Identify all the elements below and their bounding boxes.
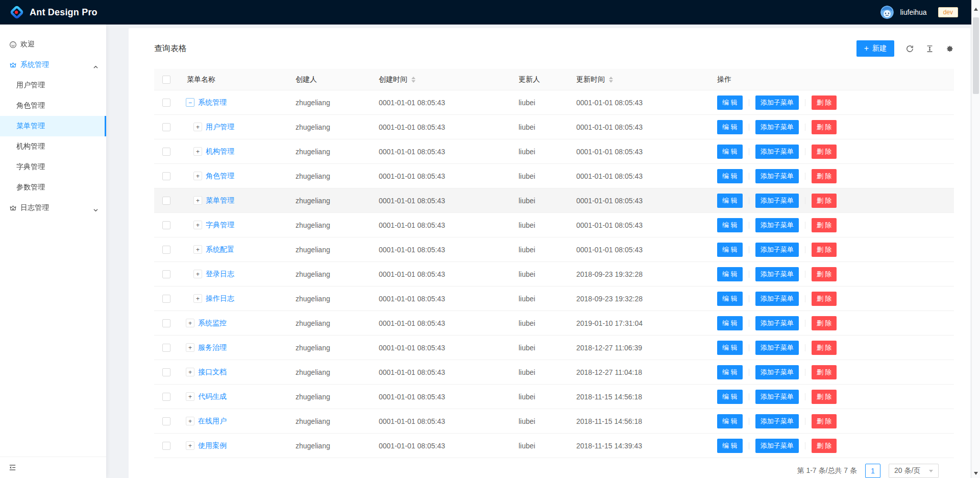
expand-row-icon[interactable]: +	[193, 123, 202, 131]
edit-button[interactable]: 编 辑	[717, 194, 743, 208]
reload-icon[interactable]	[905, 44, 914, 53]
menu-name-link[interactable]: 系统管理	[198, 98, 227, 107]
column-height-icon[interactable]	[925, 44, 934, 53]
edit-button[interactable]: 编 辑	[717, 414, 743, 428]
add-submenu-button[interactable]: 添加子菜单	[755, 439, 799, 453]
sort-icons[interactable]	[411, 77, 415, 83]
select-all-checkbox[interactable]	[162, 76, 170, 84]
menu-name-link[interactable]: 代码生成	[198, 392, 227, 401]
menu-name-link[interactable]: 使用案例	[198, 441, 227, 450]
row-checkbox[interactable]	[162, 319, 170, 327]
sidebar-item-user-mgmt[interactable]: 用户管理	[0, 75, 106, 95]
sidebar-item-log-mgmt[interactable]: 日志管理	[0, 198, 106, 218]
username[interactable]: liufeihua	[900, 8, 926, 16]
add-submenu-button[interactable]: 添加子菜单	[755, 243, 799, 257]
add-submenu-button[interactable]: 添加子菜单	[755, 267, 799, 281]
menu-name-link[interactable]: 在线用户	[198, 417, 227, 426]
edit-button[interactable]: 编 辑	[717, 390, 743, 404]
expand-row-icon[interactable]: +	[186, 319, 194, 327]
row-checkbox[interactable]	[162, 442, 170, 450]
expand-row-icon[interactable]: +	[186, 417, 194, 425]
menu-name-link[interactable]: 服务治理	[198, 343, 227, 352]
add-submenu-button[interactable]: 添加子菜单	[755, 292, 799, 306]
delete-button[interactable]: 删 除	[812, 267, 837, 281]
add-submenu-button[interactable]: 添加子菜单	[755, 95, 799, 110]
sidebar-item-org-mgmt[interactable]: 机构管理	[0, 136, 106, 157]
expand-row-icon[interactable]: +	[193, 172, 202, 180]
add-submenu-button[interactable]: 添加子菜单	[755, 365, 799, 379]
sidebar-item-param-mgmt[interactable]: 参数管理	[0, 177, 106, 198]
add-submenu-button[interactable]: 添加子菜单	[755, 316, 799, 330]
row-checkbox[interactable]	[162, 270, 170, 278]
menu-fold-icon[interactable]	[8, 463, 17, 472]
add-submenu-button[interactable]: 添加子菜单	[755, 169, 799, 183]
setting-gear-icon[interactable]	[945, 44, 954, 53]
page-1-button[interactable]: 1	[865, 464, 880, 478]
delete-button[interactable]: 删 除	[812, 390, 837, 404]
row-checkbox[interactable]	[162, 295, 170, 303]
row-checkbox[interactable]	[162, 417, 170, 425]
delete-button[interactable]: 删 除	[812, 292, 837, 306]
row-checkbox[interactable]	[162, 148, 170, 156]
col-header-update-time[interactable]: 更新时间	[576, 75, 605, 84]
delete-button[interactable]: 删 除	[812, 341, 837, 355]
logo[interactable]: Ant Design Pro	[9, 5, 97, 20]
edit-button[interactable]: 编 辑	[717, 292, 743, 306]
edit-button[interactable]: 编 辑	[717, 439, 743, 453]
expand-row-icon[interactable]: +	[193, 147, 202, 156]
expand-row-icon[interactable]: +	[186, 392, 194, 401]
delete-button[interactable]: 删 除	[812, 218, 837, 232]
row-checkbox[interactable]	[162, 172, 170, 180]
delete-button[interactable]: 删 除	[812, 243, 837, 257]
menu-name-link[interactable]: 系统监控	[198, 319, 227, 328]
delete-button[interactable]: 删 除	[812, 439, 837, 453]
menu-name-link[interactable]: 操作日志	[206, 294, 234, 303]
sidebar-item-role-mgmt[interactable]: 角色管理	[0, 95, 106, 116]
menu-name-link[interactable]: 菜单管理	[206, 196, 234, 205]
sort-icons[interactable]	[609, 77, 613, 83]
menu-name-link[interactable]: 登录日志	[206, 270, 234, 279]
scrollbar-thumb[interactable]	[973, 17, 979, 94]
delete-button[interactable]: 删 除	[812, 120, 837, 134]
edit-button[interactable]: 编 辑	[717, 95, 743, 110]
menu-name-link[interactable]: 机构管理	[206, 147, 234, 156]
scroll-up-arrow-icon[interactable]	[972, 8, 980, 11]
sidebar-item-welcome[interactable]: 欢迎	[0, 34, 106, 55]
row-checkbox[interactable]	[162, 246, 170, 254]
row-checkbox[interactable]	[162, 197, 170, 205]
edit-button[interactable]: 编 辑	[717, 365, 743, 379]
row-checkbox[interactable]	[162, 368, 170, 376]
menu-name-link[interactable]: 字典管理	[206, 221, 234, 230]
delete-button[interactable]: 删 除	[812, 365, 837, 379]
expand-row-icon[interactable]: +	[193, 270, 202, 278]
new-button[interactable]: + 新建	[856, 40, 894, 57]
scroll-down-arrow-icon[interactable]	[972, 472, 980, 475]
edit-button[interactable]: 编 辑	[717, 218, 743, 232]
col-header-menu-name[interactable]: 菜单名称	[187, 75, 215, 84]
edit-button[interactable]: 编 辑	[717, 243, 743, 257]
edit-button[interactable]: 编 辑	[717, 169, 743, 183]
expand-row-icon[interactable]: +	[186, 343, 194, 352]
delete-button[interactable]: 删 除	[812, 95, 837, 110]
avatar[interactable]	[880, 6, 894, 19]
menu-name-link[interactable]: 接口文档	[198, 368, 227, 377]
menu-name-link[interactable]: 系统配置	[206, 245, 234, 254]
sidebar-item-dict-mgmt[interactable]: 字典管理	[0, 157, 106, 177]
sidebar-item-menu-mgmt[interactable]: 菜单管理	[0, 116, 106, 136]
menu-name-link[interactable]: 用户管理	[206, 123, 234, 132]
add-submenu-button[interactable]: 添加子菜单	[755, 341, 799, 355]
add-submenu-button[interactable]: 添加子菜单	[755, 414, 799, 428]
menu-name-link[interactable]: 角色管理	[206, 172, 234, 181]
add-submenu-button[interactable]: 添加子菜单	[755, 120, 799, 134]
expand-row-icon[interactable]: +	[193, 221, 202, 229]
edit-button[interactable]: 编 辑	[717, 341, 743, 355]
col-header-updater[interactable]: 更新人	[519, 75, 540, 84]
row-checkbox[interactable]	[162, 221, 170, 229]
edit-button[interactable]: 编 辑	[717, 120, 743, 134]
collapse-row-icon[interactable]: −	[186, 98, 194, 107]
col-header-creator[interactable]: 创建人	[296, 75, 317, 84]
expand-row-icon[interactable]: +	[186, 368, 194, 376]
edit-button[interactable]: 编 辑	[717, 145, 743, 159]
delete-button[interactable]: 删 除	[812, 145, 837, 159]
delete-button[interactable]: 删 除	[812, 194, 837, 208]
